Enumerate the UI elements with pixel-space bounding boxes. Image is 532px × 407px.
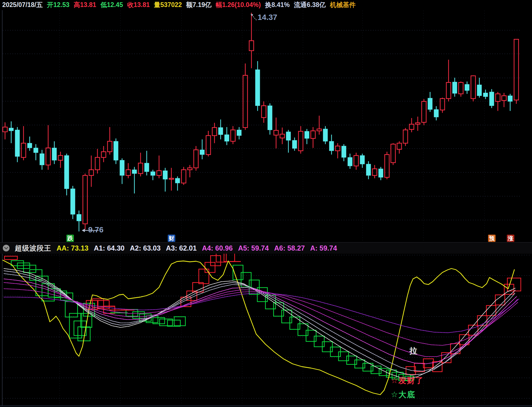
wave-box-red [4,256,17,260]
candle-body-down [120,160,124,175]
annotation-arrows [82,14,256,232]
candle-body-down [268,106,272,130]
indicator-header-bar: 超级波段王 AA: 73.13 A1: 64.30 A2: 63.03 A3: … [0,242,532,254]
top-info-bar: 2025/07/18/五 开12.53 高13.81 低12.45 收13.81… [0,0,532,10]
indicator-text-pull: 拉 [409,347,418,355]
wave-box-red [486,306,496,316]
candle-body-down [144,163,149,172]
candle-body-up [446,82,451,99]
close-value: 收13.81 [127,1,150,9]
candle-body-up [188,168,192,170]
candle-body-down [15,130,20,156]
volume-value: 量537022 [154,1,182,9]
candle-body-down [348,158,352,166]
candle-body-down [428,98,432,110]
candle-body-up [317,129,321,131]
price-and-indicator-chart[interactable] [0,0,532,407]
amount-value: 额7.19亿 [186,1,212,9]
candlestick-series [3,13,519,231]
candle-body-up [391,144,395,163]
candle-body-up [138,163,143,174]
indicator-value-a1: A1: 64.30 [94,244,125,252]
candle-body-up [385,154,389,177]
indicator-value-a3: A3: 62.01 [166,244,197,252]
indicator-value-aa: AA: 73.13 [57,244,88,252]
candle-body-up [280,134,284,138]
candle-body-down [292,140,297,149]
wave-box-green [65,302,78,317]
candle-body-down [9,128,13,131]
candle-body-up [262,106,266,117]
candle-body-up [416,123,420,124]
signal-badge-yu: 预 [488,235,496,242]
wave-box-green [265,295,276,309]
wave-box-red [216,253,226,262]
candle-body-up [206,136,211,155]
chevron-down-icon[interactable] [3,245,10,251]
candle-body-down [163,171,167,179]
candle-body-up [194,150,198,168]
candle-body-up [181,170,186,183]
signal-badge-zhang: 涨 [507,235,514,242]
candle-body-up [95,158,100,170]
candle-body-up [169,178,174,179]
candle-body-up [403,130,408,143]
candle-body-down [237,130,241,135]
candle-body-up [422,101,426,122]
candle-body-up [274,130,278,135]
candle-body-up [243,75,248,128]
candle-body-down [34,148,38,153]
high-price-label: 14.37 [258,13,277,21]
candle-body-down [218,128,223,135]
candle-body-down [434,110,438,117]
candle-body-down [323,129,328,141]
indicator-value-a6: A6: 58.27 [274,244,305,252]
candle-body-up [108,141,112,152]
open-value: 开12.53 [47,1,70,9]
date-label: 2025/07/18/五 [2,1,43,9]
float-shares-value: 流通6.38亿 [294,1,326,9]
wave-box-green [74,321,86,336]
candle-body-down [52,148,57,160]
candle-body-down [508,96,512,101]
panel-borders [0,10,532,406]
candle-body-up [514,39,519,100]
candle-body-down [286,132,291,140]
candle-body-down [114,141,118,160]
candle-body-up [89,170,94,175]
candle-body-down [255,70,260,106]
candle-body-up [471,76,475,98]
high-value: 高13.81 [74,1,96,9]
candle-body-up [440,99,445,110]
candle-body-up [496,94,500,101]
indicator-value-a5: A5: 59.74 [238,244,269,252]
candle-body-up [21,143,26,158]
candle-body-down [40,154,44,165]
range-value: 幅1.26(10.04%) [216,1,261,9]
candle-body-up [502,96,506,101]
indicator-text-getrich: ☆发财了 [391,377,424,385]
candle-body-down [175,178,180,183]
candle-body-up [58,156,63,160]
candle-body-up [298,131,303,151]
indicator-value-a: A: 59.74 [310,244,337,252]
low-value: 低12.45 [101,1,123,9]
turnover-value: 换8.41% [265,1,290,9]
candle-body-down [27,143,32,148]
candle-body-down [77,214,81,221]
wave-box-green [355,360,365,368]
wave-box-red [205,262,215,272]
candle-body-down [342,146,346,158]
sector-label: 机械基件 [330,1,356,9]
candle-body-down [366,164,371,175]
wave-box-green [133,312,144,318]
candle-body-down [132,170,137,174]
wave-box-green [274,303,284,316]
candle-body-up [157,171,161,175]
candle-body-down [360,156,365,164]
indicator-text-bigbottom: ☆大底 [391,391,415,399]
candle-body-down [64,156,69,189]
wave-box-green [126,309,138,316]
candle-body-up [311,131,315,138]
candle-body-down [452,82,457,93]
